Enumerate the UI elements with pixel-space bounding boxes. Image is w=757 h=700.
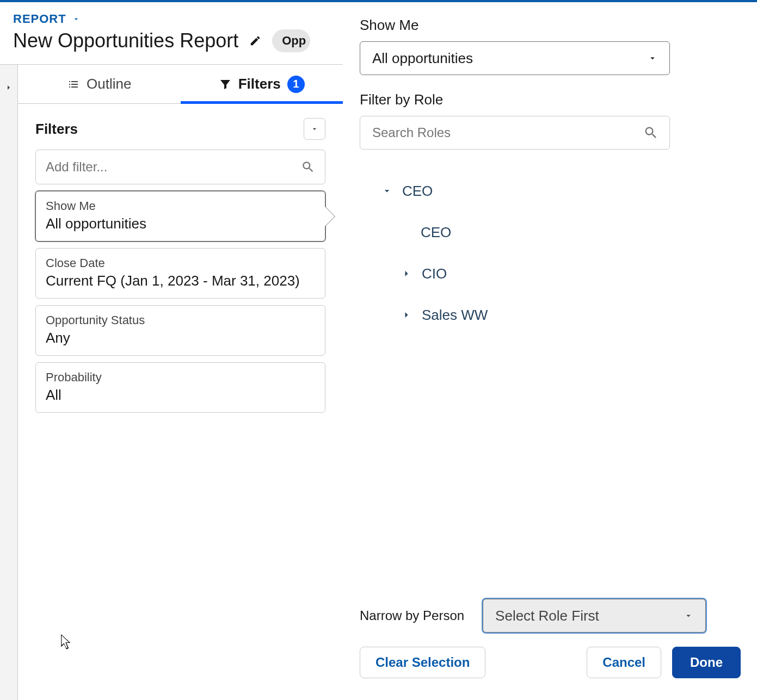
tab-filters-label: Filters bbox=[238, 76, 281, 92]
narrow-by-person-label: Narrow by Person bbox=[360, 608, 464, 623]
show-me-select[interactable]: All opportunities bbox=[360, 41, 670, 75]
tab-outline-label: Outline bbox=[87, 76, 131, 92]
filter-card-value: Current FQ (Jan 1, 2023 - Mar 31, 2023) bbox=[46, 272, 315, 289]
filters-sidebar: Outline Filters 1 Filters Add filter... bbox=[17, 64, 343, 700]
role-search-field[interactable] bbox=[371, 125, 638, 141]
cancel-label: Cancel bbox=[602, 655, 645, 670]
filters-count-badge: 1 bbox=[287, 76, 305, 93]
search-icon bbox=[643, 125, 658, 140]
clear-selection-label: Clear Selection bbox=[376, 655, 470, 670]
role-tree-label: CEO bbox=[402, 183, 433, 200]
role-tree-node-cio[interactable]: CIO bbox=[381, 253, 741, 294]
report-type-label: REPORT bbox=[13, 12, 66, 26]
filter-card-show-me[interactable]: Show Me All opportunities bbox=[35, 191, 325, 241]
show-me-flyout: Show Me All opportunities Filter by Role… bbox=[343, 4, 757, 700]
role-tree-node-sales-ww[interactable]: Sales WW bbox=[381, 294, 741, 336]
filter-card-value: Any bbox=[46, 330, 315, 346]
add-filter-input[interactable]: Add filter... bbox=[35, 150, 325, 184]
narrow-by-person-value: Select Role First bbox=[495, 608, 599, 624]
filter-card-label: Show Me bbox=[46, 199, 315, 213]
collapse-sidebar-button[interactable] bbox=[0, 64, 17, 700]
caret-down-icon bbox=[310, 125, 319, 133]
filter-card-value: All bbox=[46, 387, 315, 404]
filter-by-role-label: Filter by Role bbox=[360, 91, 741, 108]
done-button[interactable]: Done bbox=[672, 647, 741, 678]
tab-outline[interactable]: Outline bbox=[18, 65, 181, 103]
chevron-right-icon bbox=[4, 81, 13, 94]
outline-icon bbox=[67, 78, 80, 91]
chevron-right-icon bbox=[401, 268, 412, 279]
role-tree-node-ceo[interactable]: CEO bbox=[381, 212, 741, 253]
search-icon bbox=[301, 160, 315, 174]
role-tree-label: CEO bbox=[421, 224, 451, 241]
add-filter-placeholder: Add filter... bbox=[46, 159, 107, 175]
tab-filters[interactable]: Filters 1 bbox=[181, 65, 343, 103]
filter-card-opportunity-status[interactable]: Opportunity Status Any bbox=[35, 305, 325, 356]
cancel-button[interactable]: Cancel bbox=[587, 647, 661, 678]
filter-card-probability[interactable]: Probability All bbox=[35, 362, 325, 413]
report-title: New Opportunities Report bbox=[13, 29, 238, 52]
report-type-pill[interactable]: Opp bbox=[272, 29, 310, 52]
chevron-down-icon bbox=[381, 185, 392, 196]
selected-card-pointer bbox=[325, 207, 335, 226]
show-me-label: Show Me bbox=[360, 17, 741, 34]
clear-selection-button[interactable]: Clear Selection bbox=[360, 647, 485, 678]
filter-card-value: All opportunities bbox=[46, 215, 315, 232]
edit-title-icon[interactable] bbox=[249, 35, 261, 47]
filters-heading: Filters bbox=[35, 121, 78, 138]
chevron-right-icon bbox=[401, 309, 412, 320]
role-search-input[interactable] bbox=[360, 116, 670, 150]
filter-card-label: Probability bbox=[46, 370, 315, 385]
role-tree-label: Sales WW bbox=[422, 307, 488, 324]
done-label: Done bbox=[690, 655, 723, 670]
filter-card-label: Opportunity Status bbox=[46, 313, 315, 327]
filter-icon bbox=[219, 78, 232, 91]
role-tree-node-ceo-group[interactable]: CEO bbox=[381, 170, 741, 212]
role-tree: CEO CEO CIO Sales WW bbox=[343, 154, 757, 599]
filter-card-close-date[interactable]: Close Date Current FQ (Jan 1, 2023 - Mar… bbox=[35, 248, 325, 299]
narrow-by-person-select[interactable]: Select Role First bbox=[483, 599, 706, 633]
caret-down-icon bbox=[684, 611, 693, 621]
role-tree-label: CIO bbox=[422, 265, 447, 282]
filter-card-label: Close Date bbox=[46, 256, 315, 270]
show-me-value: All opportunities bbox=[372, 50, 473, 67]
caret-down-icon bbox=[72, 15, 81, 23]
caret-down-icon bbox=[648, 53, 657, 63]
filters-menu-button[interactable] bbox=[304, 118, 325, 140]
